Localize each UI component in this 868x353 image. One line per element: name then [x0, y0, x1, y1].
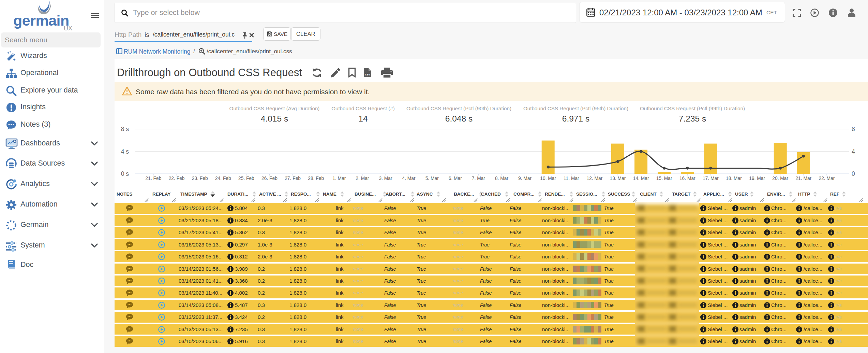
svg-text:19. Mar: 19. Mar — [749, 176, 765, 181]
svg-text:2. Mar: 2. Mar — [356, 176, 369, 181]
svg-text:csv: csv — [365, 73, 370, 76]
svg-text:22. Feb: 22. Feb — [169, 176, 185, 181]
svg-text:25. Feb: 25. Feb — [238, 176, 254, 181]
svg-text:27. Feb: 27. Feb — [285, 176, 301, 181]
svg-text:14. Mar: 14. Mar — [633, 176, 649, 181]
svg-text:4 s: 4 s — [121, 148, 129, 155]
svg-text:4: 4 — [852, 148, 855, 155]
svg-text:18. Mar: 18. Mar — [726, 176, 742, 181]
svg-text:7. Mar: 7. Mar — [472, 176, 485, 181]
svg-text:21. Feb: 21. Feb — [146, 176, 162, 181]
svg-text:0 s: 0 s — [121, 170, 129, 177]
svg-text:1. Mar: 1. Mar — [332, 176, 346, 181]
svg-text:22. Mar: 22. Mar — [819, 176, 835, 181]
svg-text:26. Feb: 26. Feb — [261, 176, 278, 181]
svg-text:16. Mar: 16. Mar — [679, 176, 695, 181]
svg-text:4. Mar: 4. Mar — [402, 176, 416, 181]
svg-text:3. Mar: 3. Mar — [379, 176, 392, 181]
svg-text:13. Mar: 13. Mar — [610, 176, 626, 181]
svg-text:8. Mar: 8. Mar — [495, 176, 509, 181]
svg-text:5. Mar: 5. Mar — [425, 176, 439, 181]
svg-text:8: 8 — [852, 126, 855, 132]
svg-text:20. Mar: 20. Mar — [772, 176, 788, 181]
svg-text:8 s: 8 s — [121, 126, 129, 132]
svg-text:12. Mar: 12. Mar — [587, 176, 603, 181]
svg-text:6. Mar: 6. Mar — [449, 176, 462, 181]
svg-text:11. Mar: 11. Mar — [564, 176, 579, 181]
svg-text:17. Mar: 17. Mar — [703, 176, 719, 181]
svg-text:0: 0 — [852, 170, 855, 177]
svg-text:24. Feb: 24. Feb — [215, 176, 231, 181]
svg-text:10. Mar: 10. Mar — [540, 176, 556, 181]
svg-text:21. Mar: 21. Mar — [795, 176, 811, 181]
svg-text:23. Feb: 23. Feb — [192, 176, 208, 181]
svg-text:15. Mar: 15. Mar — [656, 176, 672, 181]
svg-text:28. Feb: 28. Feb — [308, 176, 324, 181]
svg-text:9. Mar: 9. Mar — [518, 176, 532, 181]
